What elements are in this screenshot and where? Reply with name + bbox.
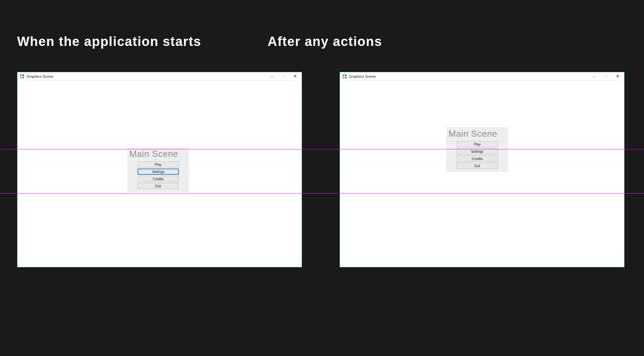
main-menu: Main Scene Play Settings Credits Exit (446, 127, 508, 172)
app-icon (20, 74, 24, 79)
menu-title: Main Scene (127, 147, 189, 161)
titlebar: Graphics Scene — ▢ ✕ (340, 72, 624, 81)
client-area: Main Scene Play Settings Credits Exit (340, 81, 624, 267)
exit-button[interactable]: Exit (457, 163, 498, 169)
menu-title: Main Scene (446, 127, 508, 141)
svg-rect-4 (342, 74, 344, 76)
close-button[interactable]: ✕ (289, 73, 301, 80)
svg-rect-6 (342, 77, 344, 78)
settings-button[interactable]: Settings (138, 169, 179, 175)
exit-button[interactable]: Exit (138, 183, 179, 189)
maximize-button[interactable]: ▢ (278, 73, 289, 80)
settings-button[interactable]: Settings (457, 148, 498, 155)
caption-right: After any actions (268, 34, 382, 49)
titlebar: Graphics Scene — ▢ ✕ (17, 72, 302, 81)
caption-left: When the application starts (17, 34, 201, 49)
maximize-button[interactable]: ▢ (600, 73, 612, 80)
svg-rect-7 (345, 77, 347, 78)
window-title: Graphics Scene (349, 74, 376, 78)
app-window-after: Graphics Scene — ▢ ✕ Main Scene Play Set… (340, 72, 624, 267)
svg-rect-5 (345, 74, 347, 76)
window-title: Graphics Scene (26, 74, 53, 78)
svg-rect-3 (22, 77, 24, 78)
credits-button[interactable]: Credits (457, 156, 498, 162)
comparison-canvas: When the application starts After any ac… (0, 0, 644, 356)
minimize-button[interactable]: — (266, 73, 278, 80)
minimize-button[interactable]: — (588, 73, 600, 80)
app-icon (342, 74, 347, 79)
main-menu: Main Scene Play Settings Credits Exit (127, 147, 189, 192)
app-window-initial: Graphics Scene — ▢ ✕ Main Scene Play Set… (17, 72, 302, 267)
credits-button[interactable]: Credits (138, 176, 179, 182)
play-button[interactable]: Play (138, 161, 179, 168)
svg-rect-1 (22, 74, 24, 76)
close-button[interactable]: ✕ (612, 73, 623, 80)
svg-rect-0 (20, 74, 22, 76)
play-button[interactable]: Play (457, 141, 498, 147)
svg-rect-2 (20, 77, 22, 78)
client-area: Main Scene Play Settings Credits Exit (17, 81, 302, 267)
